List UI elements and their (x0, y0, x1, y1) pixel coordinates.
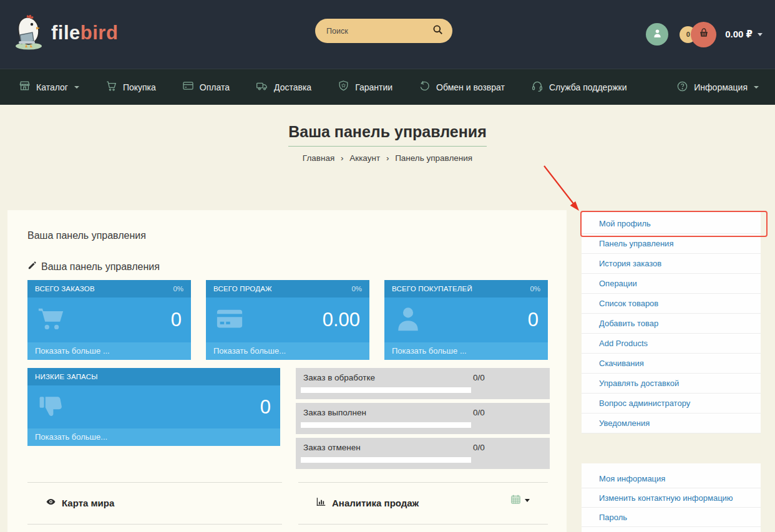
status-ratio: 0/0 (473, 408, 485, 417)
divider (27, 524, 282, 525)
menu-item-downloads[interactable]: Скачивания (582, 354, 761, 374)
headset-icon (531, 80, 543, 95)
title-block: Ваша панель управления Главная › Аккаунт… (0, 123, 775, 163)
breadcrumb-separator: › (386, 153, 389, 163)
menu-item-dashboard[interactable]: Панель управления (582, 234, 761, 254)
breadcrumb-home[interactable]: Главная (303, 153, 334, 163)
status-label: Заказ отменен (303, 443, 361, 452)
stat-card-body: 0 (384, 297, 548, 342)
menu-item-transactions[interactable]: Операции (582, 274, 761, 294)
account-button[interactable] (646, 23, 668, 46)
search-icon[interactable] (432, 24, 444, 38)
menu-item-edit-contact-info[interactable]: Изменить контактную информацию (582, 488, 761, 508)
nav-item-payment[interactable]: Оплата (182, 80, 230, 94)
stat-card-total-sales: ВСЕГО ПРОДАЖ 0% 0.00 Показать больше. (206, 280, 369, 360)
world-map-section[interactable]: Карта мира (46, 496, 114, 509)
menu-item-password[interactable]: Пароль (582, 508, 761, 527)
nav-item-purchase[interactable]: Покупка (105, 80, 156, 94)
stat-card-title: ВСЕГО ПРОДАЖ (213, 285, 272, 293)
stat-card-percent: 0% (351, 285, 362, 293)
search-input[interactable] (326, 27, 432, 36)
basket-icon (698, 27, 710, 42)
nav-label: Покупка (123, 82, 156, 92)
nav-item-delivery[interactable]: Доставка (256, 80, 311, 95)
search-bar[interactable] (315, 19, 452, 43)
dashboard-heading: Ваша панель управления (27, 230, 146, 241)
page-title: Ваша панель управления (288, 123, 487, 147)
low-stock-card: НИЗКИЕ ЗАПАСЫ 0 Показать больше... (27, 368, 280, 446)
edit-heading-label: Ваша панель управления (41, 261, 160, 273)
nav-item-support[interactable]: Служба поддержки (531, 80, 627, 95)
account-info-menu: Моя информация Изменить контактную инфор… (582, 463, 761, 532)
breadcrumb: Главная › Аккаунт › Панель управления (0, 153, 775, 163)
menu-item-my-information[interactable]: Моя информация (582, 469, 761, 488)
pencil-icon (27, 261, 37, 273)
nav-label: Обмен и возврат (436, 82, 505, 92)
logo[interactable]: filebird (11, 14, 118, 52)
nav-list: Каталог Покупка (0, 80, 627, 95)
sales-analytics-section[interactable]: Аналитика продаж (316, 496, 419, 509)
chevron-down-icon (525, 499, 530, 502)
nav-label: Информация (694, 82, 748, 92)
low-stock-body: 0 (27, 385, 280, 428)
nav-label: Доставка (274, 82, 311, 92)
show-more-link[interactable]: Показать больше ... (384, 342, 548, 360)
divider (27, 482, 282, 483)
breadcrumb-separator: › (341, 153, 344, 163)
thumbs-down-icon (37, 392, 64, 422)
menu-item-add-product[interactable]: Добавить товар (582, 314, 761, 334)
stat-card-body: 0 (27, 297, 191, 342)
stat-card-percent: 0% (530, 285, 540, 293)
nav-item-information[interactable]: Информация (676, 80, 759, 95)
credit-card-icon (215, 304, 244, 336)
progress-bar (301, 387, 471, 393)
menu-item-order-history[interactable]: История заказов (582, 254, 761, 274)
stat-card-body: 0.00 (206, 297, 369, 342)
stat-card-header: ВСЕГО ПОКУПАТЕЛЕЙ 0% (384, 280, 548, 297)
main-nav: Каталог Покупка (0, 69, 775, 105)
show-more-link[interactable]: Показать больше... (27, 428, 280, 446)
low-stock-value: 0 (260, 396, 271, 418)
nav-label: Гарантии (355, 82, 392, 92)
page: filebird 0 (0, 0, 775, 532)
stat-card-title: ВСЕГО ЗАКАЗОВ (35, 285, 95, 293)
nav-item-catalog[interactable]: Каталог (19, 80, 79, 94)
account-menu: Мой профиль Панель управления История за… (582, 211, 761, 433)
stat-card-percent: 0% (173, 285, 183, 293)
cart-total-dropdown[interactable]: 0.00 ₽ (725, 29, 763, 40)
section-label: Аналитика продаж (332, 498, 419, 508)
menu-item-notifications[interactable]: Уведомления (582, 414, 761, 433)
nav-item-returns[interactable]: Обмен и возврат (419, 80, 505, 94)
show-more-link[interactable]: Показать больше ... (27, 342, 191, 360)
date-range-picker[interactable] (510, 494, 530, 507)
status-row-completed: Заказ выполнен 0/0 (296, 403, 550, 434)
dashboard-edit-heading: Ваша панель управления (27, 261, 160, 273)
low-stock-header: НИЗКИЕ ЗАПАСЫ (27, 368, 280, 385)
nav-item-warranty[interactable]: Гарантии (338, 80, 392, 94)
menu-item-add-products[interactable]: Add Products (582, 334, 761, 354)
status-ratio: 0/0 (473, 373, 485, 382)
breadcrumb-current: Панель управления (395, 153, 472, 163)
status-ratio: 0/0 (473, 443, 485, 452)
return-icon (419, 80, 431, 94)
eye-icon (46, 496, 56, 509)
menu-item-product-list[interactable]: Список товаров (582, 294, 761, 314)
stat-card-header: ВСЕГО ПРОДАЖ 0% (206, 280, 369, 297)
menu-item-my-profile[interactable]: Мой профиль (582, 214, 761, 234)
nav-label: Оплата (200, 82, 230, 92)
status-label: Заказ выполнен (303, 408, 366, 417)
cart-button[interactable] (691, 22, 716, 47)
breadcrumb-account[interactable]: Аккаунт (349, 153, 380, 163)
order-statuses: Заказ в обработке 0/0 Заказ выполнен 0/0… (296, 368, 550, 469)
header-right: 0 0.00 ₽ (646, 0, 763, 69)
nav-label: Каталог (36, 82, 68, 92)
status-row-cancelled: Заказ отменен 0/0 (296, 438, 550, 469)
logo-part-file: file (51, 22, 80, 44)
logo-part-bird: bird (80, 22, 119, 44)
menu-item-manage-shipping[interactable]: Управлять доставкой (582, 374, 761, 394)
calendar-icon (510, 494, 521, 507)
menu-item-ask-admin[interactable]: Вопрос администратору (582, 394, 761, 414)
cart-total: 0.00 ₽ (725, 29, 753, 40)
person-icon (652, 28, 663, 41)
show-more-link[interactable]: Показать больше... (206, 342, 369, 360)
